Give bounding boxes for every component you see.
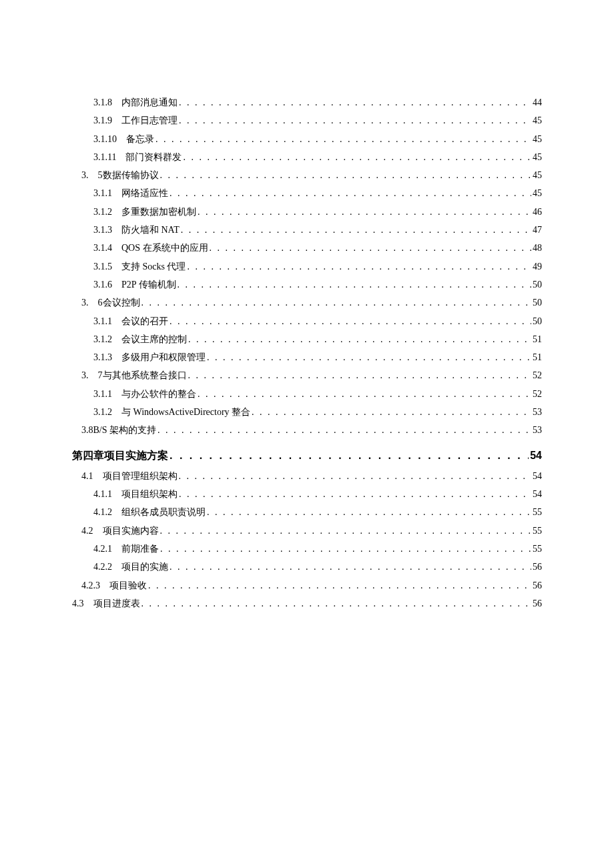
toc-leader-dots: . . . . . . . . . . . . . . . . . . . . …	[148, 576, 531, 594]
toc-entry-page: 51	[533, 330, 542, 348]
toc-entry-page: 55	[533, 503, 542, 521]
toc-entry: 4.3项目进度表. . . . . . . . . . . . . . . . …	[72, 594, 542, 612]
toc-entry-page: 45	[533, 166, 542, 184]
toc-entry-title: 第四章项目实施方案	[72, 444, 168, 467]
toc-entry-title: 项目的实施	[121, 558, 168, 576]
toc-leader-dots: . . . . . . . . . . . . . . . . . . . . …	[198, 203, 531, 221]
toc-entry-number: 3.1.8	[93, 93, 112, 111]
toc-entry: 3. 5数据传输协议. . . . . . . . . . . . . . . …	[72, 166, 542, 184]
toc-entry-title: 项目管理组织架构	[103, 467, 178, 485]
toc-entry: 3.1.6P2P 传输机制. . . . . . . . . . . . . .…	[72, 276, 542, 294]
toc-leader-dots: . . . . . . . . . . . . . . . . . . . . …	[188, 330, 531, 348]
toc-entry: 3.8B/S 架构的支持. . . . . . . . . . . . . . …	[72, 421, 542, 439]
toc-leader-dots: . . . . . . . . . . . . . . . . . . . . …	[207, 503, 531, 521]
toc-entry: 3.1.11部门资料群发. . . . . . . . . . . . . . …	[72, 148, 542, 166]
toc-entry: 4.2项目实施内容. . . . . . . . . . . . . . . .…	[72, 522, 542, 540]
toc-entry: 3.1.3多级用户和权限管理. . . . . . . . . . . . . …	[72, 348, 542, 366]
toc-entry-page: 56	[533, 558, 542, 576]
toc-entry: 3.1.2多重数据加密机制. . . . . . . . . . . . . .…	[72, 203, 542, 221]
toc-leader-dots: . . . . . . . . . . . . . . . . . . . . …	[179, 467, 532, 485]
toc-leader-dots: . . . . . . . . . . . . . . . . . . . . …	[181, 221, 531, 239]
toc-leader-dots: . . . . . . . . . . . . . . . . . . . . …	[179, 111, 531, 129]
toc-entry-title: 内部消息通知	[121, 93, 178, 111]
toc-entry-number: 3.1.2	[93, 203, 112, 221]
toc-entry: 4.2.1前期准备. . . . . . . . . . . . . . . .…	[72, 540, 542, 558]
toc-entry: 3.1.5支持 Socks 代理. . . . . . . . . . . . …	[72, 258, 542, 276]
toc-entry: 第四章项目实施方案. . . . . . . . . . . . . . . .…	[72, 444, 542, 467]
toc-entry-number: 3.1.5	[93, 258, 112, 276]
toc-leader-dots: . . . . . . . . . . . . . . . . . . . . …	[156, 130, 531, 148]
toc-entry-number: 3.8	[81, 421, 93, 439]
toc-leader-dots: . . . . . . . . . . . . . . . . . . . . …	[141, 294, 532, 312]
toc-entry-title: QOS 在系统中的应用	[121, 239, 208, 257]
toc-entry: 4.1.1项目组织架构. . . . . . . . . . . . . . .…	[72, 485, 542, 503]
toc-entry: 3.1.10备忘录. . . . . . . . . . . . . . . .…	[72, 130, 542, 148]
toc-entry-title: 会议主席的控制	[121, 330, 187, 348]
toc-entry-title: 工作日志管理	[121, 111, 178, 129]
toc-entry: 3.1.2会议主席的控制. . . . . . . . . . . . . . …	[72, 330, 542, 348]
toc-entry-page: 55	[533, 522, 542, 540]
toc-entry-title: B/S 架构的支持	[93, 421, 157, 439]
toc-entry-title: 会议的召开	[121, 312, 168, 330]
toc-entry-number: 3.1.1	[93, 184, 112, 202]
toc-entry-title: 多级用户和权限管理	[121, 348, 206, 366]
toc-entry-page: 56	[533, 576, 542, 594]
toc-entry-title: 前期准备	[121, 540, 159, 558]
toc-entry-page: 45	[533, 130, 542, 148]
toc-entry-number: 3.1.4	[93, 239, 112, 257]
toc-entry-page: 46	[533, 203, 542, 221]
toc-leader-dots: . . . . . . . . . . . . . . . . . . . . …	[170, 312, 531, 330]
toc-entry-page: 45	[533, 184, 542, 202]
toc-entry-title: 部门资料群发	[125, 148, 182, 166]
toc-entry-number: 4.2.1	[93, 540, 112, 558]
toc-leader-dots: . . . . . . . . . . . . . . . . . . . . …	[160, 540, 531, 558]
toc-entry-title: 项目进度表	[93, 594, 140, 612]
toc-leader-dots: . . . . . . . . . . . . . . . . . . . . …	[188, 366, 532, 384]
toc-entry-number: 3.1.6	[93, 276, 112, 294]
toc-leader-dots: . . . . . . . . . . . . . . . . . . . . …	[252, 403, 531, 421]
toc-entry-number: 3. 6	[81, 294, 103, 312]
toc-entry-page: 47	[533, 221, 542, 239]
toc-entry-title: 与其他系统整合接口	[103, 366, 187, 384]
toc-entry: 3.1.1与办公软件的整合. . . . . . . . . . . . . .…	[72, 385, 542, 403]
toc-entry-number: 3. 7	[81, 366, 103, 384]
toc-leader-dots: . . . . . . . . . . . . . . . . . . . . …	[187, 258, 531, 276]
toc-entry: 3. 6会议控制. . . . . . . . . . . . . . . . …	[72, 294, 542, 312]
toc-entry: 3.1.3防火墙和 NAT. . . . . . . . . . . . . .…	[72, 221, 542, 239]
toc-entry-title: 数据传输协议	[103, 166, 159, 184]
toc-entry-title: 项目验收	[109, 576, 147, 594]
toc-entry-page: 54	[533, 485, 542, 503]
toc-entry-number: 3.1.1	[93, 385, 112, 403]
toc-leader-dots: . . . . . . . . . . . . . . . . . . . . …	[158, 421, 531, 439]
toc-entry-number: 3.1.2	[93, 403, 112, 421]
toc-entry-page: 54	[533, 467, 542, 485]
toc-entry-number: 3.1.9	[93, 111, 112, 129]
toc-entry: 4.1.2组织各成员职责说明. . . . . . . . . . . . . …	[72, 503, 542, 521]
toc-leader-dots: . . . . . . . . . . . . . . . . . . . . …	[207, 348, 531, 366]
toc-entry-number: 3.1.11	[93, 148, 116, 166]
toc-entry-page: 53	[533, 403, 542, 421]
toc-leader-dots: . . . . . . . . . . . . . . . . . . . . …	[198, 385, 531, 403]
toc-leader-dots: . . . . . . . . . . . . . . . . . . . . …	[160, 166, 532, 184]
toc-entry-title: 与办公软件的整合	[121, 385, 196, 403]
toc-entry: 3.1.4QOS 在系统中的应用. . . . . . . . . . . . …	[72, 239, 542, 257]
toc-entry-title: 网络适应性	[121, 184, 168, 202]
toc-entry-page: 48	[533, 239, 542, 257]
toc-leader-dots: . . . . . . . . . . . . . . . . . . . . …	[179, 93, 531, 111]
toc-entry-page: 55	[533, 540, 542, 558]
toc-entry-page: 54	[530, 444, 542, 467]
toc-entry-title: 支持 Socks 代理	[121, 258, 186, 276]
toc-entry-title: 备忘录	[126, 130, 154, 148]
toc-entry-number: 3.1.2	[93, 330, 112, 348]
toc-entry-page: 50	[533, 294, 542, 312]
toc-entry-number: 4.1.1	[93, 485, 112, 503]
toc-entry-page: 50	[533, 312, 542, 330]
toc-leader-dots: . . . . . . . . . . . . . . . . . . . . …	[170, 184, 531, 202]
toc-leader-dots: . . . . . . . . . . . . . . . . . . . . …	[141, 594, 532, 612]
toc-entry: 3.1.1网络适应性. . . . . . . . . . . . . . . …	[72, 184, 542, 202]
toc-entry-number: 4.2	[81, 522, 93, 540]
toc-entry-number: 4.2.3	[81, 576, 100, 594]
toc-entry: 3.1.8内部消息通知. . . . . . . . . . . . . . .…	[72, 93, 542, 111]
toc-entry-title: P2P 传输机制	[121, 276, 176, 294]
toc-leader-dots: . . . . . . . . . . . . . . . . . . . . …	[183, 148, 531, 166]
